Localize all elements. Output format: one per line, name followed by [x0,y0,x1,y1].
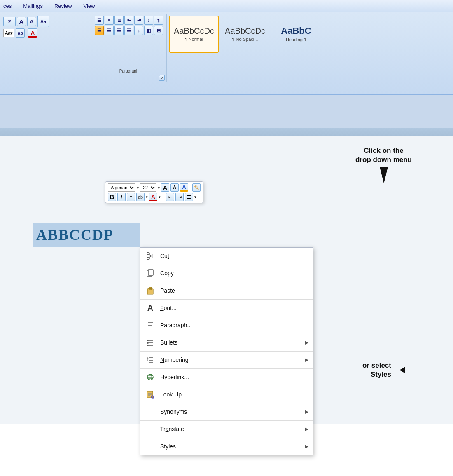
context-menu-translate[interactable]: Translate ▶ [140,421,313,438]
svg-rect-5 [148,270,153,275]
align-center-btn[interactable]: ☰ [105,26,114,35]
menu-item-ces[interactable]: ces [3,3,12,9]
paragraph-row-2: ☰ ☰ ☰ ☰ ↕ ◧ ⊞ [95,26,163,35]
context-menu-font[interactable]: A Font... [140,300,313,317]
clear-format-btn[interactable]: ✎ [192,183,201,192]
context-menu-numbering[interactable]: 1. 2. 3. Numbering ▶ [140,352,313,368]
svg-line-2 [149,254,153,257]
copy-icon [145,267,156,279]
font-size-row: 2 A A Aa Aa▾ ab A [3,16,89,38]
annotation-line2: drop down menu [355,156,412,164]
copy-label: Copy [160,270,308,277]
change-case-btn[interactable]: Aa [37,16,49,27]
svg-point-18 [147,345,149,346]
context-menu: Cut Copy Paste [140,247,313,455]
svg-line-36 [153,398,154,399]
align-left-btn[interactable]: ☰ [95,26,104,35]
context-menu-cut[interactable]: Cut [140,248,313,265]
annotation-styles-line1: or select [362,361,391,369]
context-menu-synonyms[interactable]: Synonyms ▶ [140,403,313,420]
font-section: 2 A A Aa Aa▾ ab A [1,14,91,82]
svg-rect-8 [148,288,152,289]
numbering-icon: 1. 2. 3. [145,354,156,366]
show-marks-btn[interactable]: ¶ [154,16,163,25]
increase-indent-btn[interactable]: ⇥ [134,16,143,25]
context-menu-paragraph[interactable]: Paragraph... [140,317,313,334]
styles-arrow-line [399,370,432,370]
bullets-mini-btn[interactable]: ☰ [185,193,193,201]
numbering-submenu-arrow: ▶ [305,357,308,363]
mini-toolbar: Algerian ▾ 22 ▾ A A A ✎ B I ≡ ab ▾ A ▾ ⇤… [105,181,203,203]
styles-arrow-tip [399,367,405,373]
style-normal[interactable]: AaBbCcDc ¶ Normal [169,16,219,53]
context-menu-lookup[interactable]: Look Up... [140,386,313,403]
shading-btn[interactable]: ◧ [144,26,153,35]
grow-font-btn[interactable]: A [161,183,169,192]
bullets-btn[interactable]: ☰ [95,16,104,25]
center-align-btn[interactable]: ≡ [127,193,135,201]
paragraph-dialog-btn[interactable]: ↗ [159,75,165,81]
highlight-btn[interactable]: ab [16,28,25,38]
style-nospacing-label: ¶ No Spaci... [232,37,258,42]
svg-point-16 [147,342,149,344]
font-family-select[interactable]: Algerian [108,183,135,192]
menu-item-review[interactable]: Review [54,3,72,9]
annotation-line1: Click on the [364,147,403,155]
styles-section: AaBbCcDc ¶ Normal AaBbCcDc ¶ No Spaci...… [167,14,452,82]
context-menu-hyperlink[interactable]: Hyperlink... [140,369,313,386]
menu-item-mailings[interactable]: Mailings [23,3,43,9]
increase-indent-mini-btn[interactable]: ⇥ [175,193,184,201]
styles-submenu-arrow: ▶ [305,443,308,449]
selected-text: ABBCCDP [36,226,114,244]
context-menu-bullets[interactable]: Bullets ▶ [140,334,313,351]
align-right-btn[interactable]: ☰ [114,26,124,35]
font-color-btn[interactable]: A [28,28,37,38]
font-color-mini-btn[interactable]: A [180,183,188,192]
style-nospacing-preview: AaBbCcDc [225,27,265,35]
highlight-mini-btn[interactable]: ab [136,193,145,201]
annotation-dropdown-text: Click on the drop down menu [355,146,412,164]
decrease-indent-mini-btn[interactable]: ⇤ [166,193,174,201]
font-size-num-btn[interactable]: 2 [3,17,16,26]
justify-btn[interactable]: ☰ [124,26,133,35]
mini-toolbar-row2: B I ≡ ab ▾ A ▾ ⇤ ⇥ ☰ ▾ [108,193,201,201]
style-heading1[interactable]: AaBbC Heading 1 [271,16,321,53]
hyperlink-label: Hyperlink... [160,374,308,380]
mini-toolbar-row1: Algerian ▾ 22 ▾ A A A ✎ [108,183,201,192]
context-menu-copy[interactable]: Copy [140,265,313,282]
sort-btn[interactable]: ↕ [144,16,153,25]
selected-text-area: ABBCCDP [33,223,140,247]
styles-arrow-container [399,370,432,370]
borders-btn[interactable]: ⊞ [154,26,163,35]
svg-point-14 [147,340,149,341]
context-menu-paste[interactable]: Paste [140,282,313,299]
bold-btn[interactable]: B [108,193,116,201]
annotation-styles-text: or select Styles [362,361,391,379]
line-spacing-btn[interactable]: ↕ [134,26,143,35]
paragraph-label: Paragraph [119,69,139,73]
decrease-indent-btn[interactable]: ⇤ [124,16,133,25]
main-content: Click on the drop down menu Algerian ▾ 2… [0,136,453,424]
svg-text:3.: 3. [147,361,149,364]
paragraph-label-cm: Paragraph... [160,322,308,328]
shrink-font-btn[interactable]: A [170,183,179,192]
annotation-dropdown: Click on the drop down menu [355,146,412,183]
ribbon: ces Mailings Review View 2 A A Aa [0,0,453,95]
menu-item-view[interactable]: View [84,3,95,9]
font-color-mini-btn2[interactable]: A [149,193,157,201]
styles-label: Styles [160,443,301,450]
style-normal-preview: AaBbCcDc [174,27,214,35]
decrease-font-btn[interactable]: A [27,17,36,26]
context-menu-styles[interactable]: Styles ▶ [140,438,313,455]
increase-font-btn[interactable]: A [17,17,26,26]
numbering-btn[interactable]: ≡ [105,16,114,25]
style-no-spacing[interactable]: AaBbCcDc ¶ No Spaci... [220,16,270,53]
doc-shadow [0,128,453,136]
lookup-label: Look Up... [160,391,308,398]
font-size-select[interactable]: 22 [140,183,156,192]
annotation-styles-line2: Styles [371,370,391,378]
font-icon: A [145,302,156,314]
italic-btn[interactable]: I [117,193,126,201]
multilevel-btn[interactable]: ≣ [114,16,124,25]
font-color-dropdown[interactable]: Aa▾ [3,29,14,37]
